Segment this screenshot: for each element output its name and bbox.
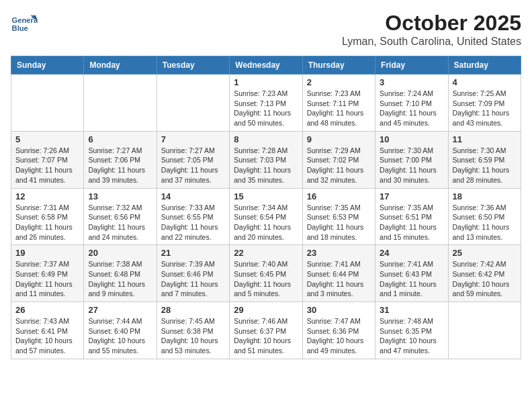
calendar-cell: 30Sunrise: 7:47 AM Sunset: 6:36 PM Dayli…	[302, 302, 375, 359]
day-info: Sunrise: 7:40 AM Sunset: 6:45 PM Dayligh…	[234, 259, 298, 299]
day-number: 3	[380, 77, 443, 87]
day-header-friday: Friday	[375, 56, 448, 75]
day-info: Sunrise: 7:30 AM Sunset: 6:59 PM Dayligh…	[453, 146, 517, 185]
calendar-week-row: 19Sunrise: 7:37 AM Sunset: 6:49 PM Dayli…	[11, 245, 521, 302]
calendar-cell	[448, 302, 521, 359]
day-number: 18	[453, 191, 517, 201]
calendar-cell: 18Sunrise: 7:36 AM Sunset: 6:50 PM Dayli…	[448, 188, 521, 245]
calendar-cell: 29Sunrise: 7:46 AM Sunset: 6:37 PM Dayli…	[230, 302, 302, 359]
day-info: Sunrise: 7:42 AM Sunset: 6:42 PM Dayligh…	[453, 259, 517, 299]
day-info: Sunrise: 7:27 AM Sunset: 7:06 PM Dayligh…	[88, 146, 152, 185]
day-number: 10	[380, 134, 443, 144]
day-info: Sunrise: 7:45 AM Sunset: 6:38 PM Dayligh…	[161, 316, 225, 356]
day-info: Sunrise: 7:44 AM Sunset: 6:40 PM Dayligh…	[88, 316, 152, 356]
calendar-header-row: SundayMondayTuesdayWednesdayThursdayFrid…	[11, 56, 521, 75]
calendar-cell	[11, 75, 84, 132]
svg-text:Blue: Blue	[12, 24, 28, 32]
day-number: 12	[15, 191, 79, 201]
day-number: 7	[161, 134, 225, 144]
day-info: Sunrise: 7:37 AM Sunset: 6:49 PM Dayligh…	[15, 259, 79, 299]
day-info: Sunrise: 7:43 AM Sunset: 6:41 PM Dayligh…	[15, 316, 79, 356]
day-info: Sunrise: 7:30 AM Sunset: 7:00 PM Dayligh…	[380, 146, 443, 185]
day-info: Sunrise: 7:48 AM Sunset: 6:35 PM Dayligh…	[380, 316, 443, 356]
day-info: Sunrise: 7:25 AM Sunset: 7:09 PM Dayligh…	[453, 89, 517, 128]
day-header-monday: Monday	[84, 56, 157, 75]
calendar-cell: 3Sunrise: 7:24 AM Sunset: 7:10 PM Daylig…	[375, 75, 448, 132]
calendar-cell: 1Sunrise: 7:23 AM Sunset: 7:13 PM Daylig…	[230, 75, 302, 132]
calendar-cell: 22Sunrise: 7:40 AM Sunset: 6:45 PM Dayli…	[230, 245, 302, 302]
day-info: Sunrise: 7:34 AM Sunset: 6:54 PM Dayligh…	[234, 203, 298, 242]
day-number: 29	[234, 305, 298, 315]
day-info: Sunrise: 7:36 AM Sunset: 6:50 PM Dayligh…	[453, 203, 517, 242]
calendar-week-row: 26Sunrise: 7:43 AM Sunset: 6:41 PM Dayli…	[11, 302, 521, 359]
day-info: Sunrise: 7:28 AM Sunset: 7:03 PM Dayligh…	[234, 146, 298, 185]
day-number: 30	[307, 305, 371, 315]
calendar-cell: 23Sunrise: 7:41 AM Sunset: 6:44 PM Dayli…	[302, 245, 375, 302]
day-info: Sunrise: 7:32 AM Sunset: 6:56 PM Dayligh…	[88, 203, 152, 242]
calendar-cell: 4Sunrise: 7:25 AM Sunset: 7:09 PM Daylig…	[448, 75, 521, 132]
calendar-cell: 6Sunrise: 7:27 AM Sunset: 7:06 PM Daylig…	[84, 131, 157, 188]
day-number: 9	[307, 134, 371, 144]
calendar-cell	[84, 75, 157, 132]
logo-icon: General Blue	[11, 11, 38, 38]
day-number: 31	[380, 305, 443, 315]
day-number: 24	[380, 248, 443, 258]
day-number: 22	[234, 248, 298, 258]
calendar-cell: 17Sunrise: 7:35 AM Sunset: 6:51 PM Dayli…	[375, 188, 448, 245]
calendar-cell: 11Sunrise: 7:30 AM Sunset: 6:59 PM Dayli…	[448, 131, 521, 188]
calendar-cell: 25Sunrise: 7:42 AM Sunset: 6:42 PM Dayli…	[448, 245, 521, 302]
day-number: 21	[161, 248, 225, 258]
calendar-cell: 19Sunrise: 7:37 AM Sunset: 6:49 PM Dayli…	[11, 245, 84, 302]
calendar-week-row: 1Sunrise: 7:23 AM Sunset: 7:13 PM Daylig…	[11, 75, 521, 132]
calendar-cell: 8Sunrise: 7:28 AM Sunset: 7:03 PM Daylig…	[230, 131, 302, 188]
day-info: Sunrise: 7:41 AM Sunset: 6:44 PM Dayligh…	[307, 259, 371, 299]
day-info: Sunrise: 7:23 AM Sunset: 7:11 PM Dayligh…	[307, 89, 371, 128]
day-number: 6	[88, 134, 152, 144]
calendar-cell: 5Sunrise: 7:26 AM Sunset: 7:07 PM Daylig…	[11, 131, 84, 188]
day-info: Sunrise: 7:41 AM Sunset: 6:43 PM Dayligh…	[380, 259, 443, 299]
calendar-cell: 24Sunrise: 7:41 AM Sunset: 6:43 PM Dayli…	[375, 245, 448, 302]
day-header-thursday: Thursday	[302, 56, 375, 75]
day-info: Sunrise: 7:46 AM Sunset: 6:37 PM Dayligh…	[234, 316, 298, 356]
day-number: 15	[234, 191, 298, 201]
day-info: Sunrise: 7:39 AM Sunset: 6:46 PM Dayligh…	[161, 259, 225, 299]
day-number: 27	[88, 305, 152, 315]
calendar-cell: 15Sunrise: 7:34 AM Sunset: 6:54 PM Dayli…	[230, 188, 302, 245]
day-info: Sunrise: 7:23 AM Sunset: 7:13 PM Dayligh…	[234, 89, 298, 128]
day-number: 20	[88, 248, 152, 258]
location-title: Lyman, South Carolina, United States	[342, 36, 521, 48]
day-header-wednesday: Wednesday	[230, 56, 302, 75]
day-number: 11	[453, 134, 517, 144]
header: General Blue October 2025 Lyman, South C…	[11, 11, 521, 48]
day-number: 25	[453, 248, 517, 258]
day-header-sunday: Sunday	[11, 56, 84, 75]
day-number: 28	[161, 305, 225, 315]
day-number: 4	[453, 77, 517, 87]
day-info: Sunrise: 7:38 AM Sunset: 6:48 PM Dayligh…	[88, 259, 152, 299]
calendar-cell: 16Sunrise: 7:35 AM Sunset: 6:53 PM Dayli…	[302, 188, 375, 245]
calendar-cell: 20Sunrise: 7:38 AM Sunset: 6:48 PM Dayli…	[84, 245, 157, 302]
day-info: Sunrise: 7:29 AM Sunset: 7:02 PM Dayligh…	[307, 146, 371, 185]
calendar-cell: 27Sunrise: 7:44 AM Sunset: 6:40 PM Dayli…	[84, 302, 157, 359]
day-info: Sunrise: 7:35 AM Sunset: 6:53 PM Dayligh…	[307, 203, 371, 242]
day-number: 2	[307, 77, 371, 87]
day-info: Sunrise: 7:31 AM Sunset: 6:58 PM Dayligh…	[15, 203, 79, 242]
calendar: SundayMondayTuesdayWednesdayThursdayFrid…	[11, 56, 521, 359]
day-number: 16	[307, 191, 371, 201]
calendar-week-row: 5Sunrise: 7:26 AM Sunset: 7:07 PM Daylig…	[11, 131, 521, 188]
day-info: Sunrise: 7:27 AM Sunset: 7:05 PM Dayligh…	[161, 146, 225, 185]
day-number: 26	[15, 305, 79, 315]
calendar-cell	[157, 75, 229, 132]
calendar-cell: 26Sunrise: 7:43 AM Sunset: 6:41 PM Dayli…	[11, 302, 84, 359]
calendar-week-row: 12Sunrise: 7:31 AM Sunset: 6:58 PM Dayli…	[11, 188, 521, 245]
day-info: Sunrise: 7:24 AM Sunset: 7:10 PM Dayligh…	[380, 89, 443, 128]
day-number: 14	[161, 191, 225, 201]
calendar-cell: 28Sunrise: 7:45 AM Sunset: 6:38 PM Dayli…	[157, 302, 229, 359]
day-number: 5	[15, 134, 79, 144]
calendar-cell: 2Sunrise: 7:23 AM Sunset: 7:11 PM Daylig…	[302, 75, 375, 132]
day-info: Sunrise: 7:33 AM Sunset: 6:55 PM Dayligh…	[161, 203, 225, 242]
day-info: Sunrise: 7:35 AM Sunset: 6:51 PM Dayligh…	[380, 203, 443, 242]
day-number: 8	[234, 134, 298, 144]
day-header-tuesday: Tuesday	[157, 56, 229, 75]
day-header-saturday: Saturday	[448, 56, 521, 75]
